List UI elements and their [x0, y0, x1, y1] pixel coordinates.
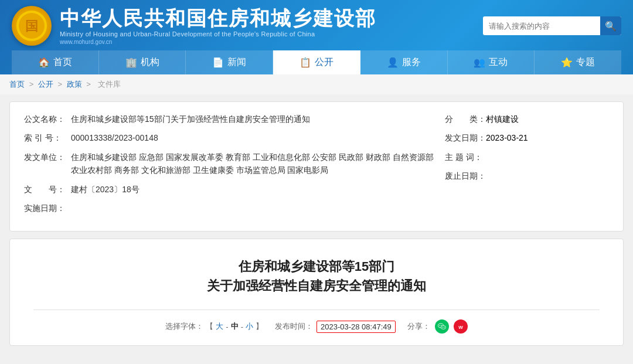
svg-text:W: W	[458, 325, 463, 330]
info-row-issuedate: 发文日期： 2023-03-21	[445, 131, 609, 144]
nav-label-interact: 互动	[489, 56, 508, 69]
pub-time-label: 发布时间：	[275, 321, 313, 332]
docnum-label: 文 号：	[24, 183, 71, 196]
breadcrumb-home[interactable]: 首页	[9, 80, 25, 89]
nav-item-special[interactable]: ⭐ 专题	[535, 50, 621, 74]
sender-line2: 农业农村部 商务部 文化和旅游部 卫生健康委 市场监管总局 国家电影局	[71, 165, 328, 175]
nav-bar: 🏠 首页 🏢 机构 📄 新闻 📋 公开 👤 服务 👥 互动 ⭐ 专题	[12, 50, 621, 74]
search-input[interactable]	[483, 22, 600, 30]
share-label: 分享：	[407, 321, 430, 332]
search-button[interactable]: 🔍	[600, 16, 621, 35]
expiredate-label: 废止日期：	[445, 169, 486, 182]
site-url: www.mohurd.gov.cn	[60, 39, 376, 45]
font-size-selector: 选择字体： 【 大 - 中 - 小 】	[165, 321, 263, 332]
info-box: 公文名称： 住房和城乡建设部等15部门关于加强经营性自建房安全管理的通知 索 引…	[9, 101, 624, 232]
impldate-label: 实施日期：	[24, 202, 71, 215]
nav-item-interact[interactable]: 👥 互动	[448, 50, 535, 74]
info-left: 公文名称： 住房和城乡建设部等15部门关于加强经营性自建房安全管理的通知 索 引…	[24, 113, 445, 220]
news-icon: 📄	[212, 57, 224, 68]
info-right: 分 类： 村镇建设 发文日期： 2023-03-21 主 题 词： 废止日期：	[445, 113, 609, 220]
info-row-expiredate: 废止日期：	[445, 169, 609, 182]
search-area: 🔍	[483, 16, 621, 35]
special-icon: ⭐	[561, 57, 573, 68]
issuedate-value: 2023-03-21	[486, 131, 528, 144]
weibo-share-icon[interactable]: W	[454, 319, 468, 334]
index-label: 索 引 号：	[24, 131, 71, 144]
svg-point-7	[442, 327, 443, 328]
doc-title: 住房和城乡建设部等15部门 关于加强经营性自建房安全管理的通知	[33, 257, 600, 295]
sender-line1: 住房和城乡建设部 应急部 国家发展改革委 教育部 工业和信息化部 公安部 民政部…	[71, 152, 434, 162]
pub-time-value: 2023-03-28 08:47:49	[316, 321, 396, 333]
home-icon: 🏠	[38, 57, 50, 68]
breadcrumb-current: 文件库	[98, 80, 121, 89]
info-two-col: 公文名称： 住房和城乡建设部等15部门关于加强经营性自建房安全管理的通知 索 引…	[24, 113, 609, 220]
font-size-medium[interactable]: 中	[231, 321, 239, 332]
info-row-category: 分 类： 村镇建设	[445, 113, 609, 125]
issuedate-label: 发文日期：	[445, 131, 486, 144]
info-row-sender: 发文单位： 住房和城乡建设部 应急部 国家发展改革委 教育部 工业和信息化部 公…	[24, 151, 445, 177]
logo-text-block: 中华人民共和国住房和城乡建设部 Ministry of Housing and …	[60, 6, 376, 45]
nav-item-service[interactable]: 👤 服务	[360, 50, 448, 74]
nav-item-org[interactable]: 🏢 机构	[99, 50, 186, 74]
interact-icon: 👥	[474, 57, 485, 68]
breadcrumb-sep3: >	[86, 80, 93, 89]
keywords-label: 主 题 词：	[445, 151, 485, 164]
impldate-value	[71, 202, 445, 215]
main-content: 公文名称： 住房和城乡建设部等15部门关于加强经营性自建房安全管理的通知 索 引…	[0, 94, 633, 353]
doc-title-line1: 住房和城乡建设部等15部门	[33, 257, 600, 276]
doc-title-line2: 关于加强经营性自建房安全管理的通知	[33, 276, 600, 295]
breadcrumb-sep2: >	[57, 80, 64, 89]
doc-box: 住房和城乡建设部等15部门 关于加强经营性自建房安全管理的通知 选择字体： 【 …	[9, 239, 624, 346]
title-label: 公文名称：	[24, 113, 71, 125]
search-box[interactable]: 🔍	[483, 16, 621, 35]
svg-point-8	[444, 327, 444, 328]
font-size-label: 选择字体：	[165, 321, 203, 332]
logo-emblem: 国	[12, 6, 52, 46]
svg-text:国: 国	[25, 19, 38, 33]
nav-label-open: 公开	[315, 56, 333, 69]
info-row-index: 索 引 号： 000013338/2023-00148	[24, 131, 445, 144]
docnum-value: 建村〔2023〕18号	[71, 183, 445, 196]
sender-value: 住房和城乡建设部 应急部 国家发展改革委 教育部 工业和信息化部 公安部 民政部…	[71, 151, 445, 177]
index-value: 000013338/2023-00148	[71, 131, 445, 144]
info-row-impldate: 实施日期：	[24, 202, 445, 215]
svg-point-6	[441, 326, 445, 329]
info-row-keywords: 主 题 词：	[445, 151, 609, 164]
site-subtitle: Ministry of Housing and Urban-Rural Deve…	[60, 30, 376, 38]
share-area: 分享： W	[407, 319, 468, 334]
page-header: 国 中华人民共和国住房和城乡建设部 Ministry of Housing an…	[0, 0, 633, 74]
wechat-share-icon[interactable]	[435, 319, 449, 334]
logo-area: 国 中华人民共和国住房和城乡建设部 Ministry of Housing an…	[12, 6, 376, 46]
font-size-small[interactable]: 小	[246, 321, 253, 332]
sender-label: 发文单位：	[24, 151, 71, 177]
nav-item-home[interactable]: 🏠 首页	[12, 50, 99, 74]
doc-divider	[33, 309, 600, 310]
breadcrumb: 首页 > 公开 > 政策 > 文件库	[0, 74, 633, 94]
category-value: 村镇建设	[486, 113, 519, 125]
nav-label-home: 首页	[53, 56, 72, 69]
open-icon: 📋	[300, 57, 311, 68]
breadcrumb-sep1: >	[29, 80, 36, 89]
category-label: 分 类：	[445, 113, 486, 125]
font-size-large[interactable]: 大	[216, 321, 223, 332]
header-top: 国 中华人民共和国住房和城乡建设部 Ministry of Housing an…	[12, 6, 621, 50]
breadcrumb-policy[interactable]: 政策	[67, 80, 82, 89]
breadcrumb-open[interactable]: 公开	[38, 80, 53, 89]
doc-meta: 选择字体： 【 大 - 中 - 小 】 发布时间： 2023-03-28 08:…	[33, 319, 600, 334]
site-title: 中华人民共和国住房和城乡建设部	[60, 6, 376, 30]
nav-item-open[interactable]: 📋 公开	[273, 50, 360, 74]
svg-point-4	[439, 325, 440, 326]
nav-item-news[interactable]: 📄 新闻	[186, 50, 273, 74]
info-row-docnum: 文 号： 建村〔2023〕18号	[24, 183, 445, 196]
pub-time-area: 发布时间： 2023-03-28 08:47:49	[275, 321, 396, 333]
service-icon: 👤	[387, 57, 399, 68]
nav-label-special: 专题	[576, 56, 595, 69]
nav-label-news: 新闻	[227, 56, 246, 69]
nav-label-service: 服务	[402, 56, 421, 69]
org-icon: 🏢	[125, 57, 137, 68]
title-value: 住房和城乡建设部等15部门关于加强经营性自建房安全管理的通知	[71, 113, 445, 125]
info-row-title: 公文名称： 住房和城乡建设部等15部门关于加强经营性自建房安全管理的通知	[24, 113, 445, 125]
nav-label-org: 机构	[141, 56, 159, 69]
